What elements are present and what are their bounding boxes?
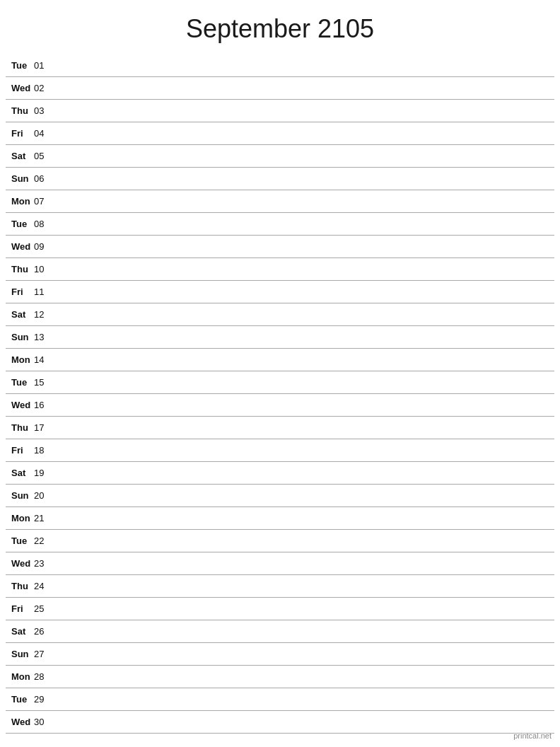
table-row: Wed09 bbox=[6, 236, 554, 258]
day-name: Wed bbox=[6, 717, 34, 727]
day-number: 01 bbox=[34, 60, 54, 71]
day-number: 16 bbox=[34, 400, 54, 410]
day-name: Fri bbox=[6, 286, 34, 297]
day-name: Fri bbox=[6, 445, 34, 456]
day-name: Tue bbox=[6, 60, 34, 71]
day-name: Sun bbox=[6, 649, 34, 659]
day-line bbox=[54, 586, 554, 586]
day-number: 11 bbox=[34, 286, 54, 297]
day-number: 09 bbox=[34, 241, 54, 252]
day-number: 07 bbox=[34, 196, 54, 207]
day-number: 17 bbox=[34, 422, 54, 433]
day-number: 18 bbox=[34, 445, 54, 456]
day-name: Tue bbox=[6, 694, 34, 705]
day-name: Thu bbox=[6, 422, 34, 433]
day-number: 29 bbox=[34, 694, 54, 705]
day-line bbox=[54, 563, 554, 564]
day-name: Sat bbox=[6, 468, 34, 478]
day-number: 19 bbox=[34, 468, 54, 478]
table-row: Thu17 bbox=[6, 417, 554, 439]
day-line bbox=[54, 427, 554, 428]
day-line bbox=[54, 405, 554, 405]
day-number: 02 bbox=[34, 83, 54, 93]
day-name: Sat bbox=[6, 626, 34, 637]
table-row: Fri18 bbox=[6, 439, 554, 462]
day-line bbox=[54, 156, 554, 156]
day-name: Thu bbox=[6, 264, 34, 274]
table-row: Mon21 bbox=[6, 507, 554, 530]
day-number: 14 bbox=[34, 354, 54, 365]
day-name: Sun bbox=[6, 490, 34, 501]
day-name: Sun bbox=[6, 332, 34, 342]
day-number: 21 bbox=[34, 513, 54, 523]
day-name: Thu bbox=[6, 581, 34, 591]
table-row: Tue15 bbox=[6, 371, 554, 394]
day-number: 15 bbox=[34, 377, 54, 388]
day-name: Mon bbox=[6, 671, 34, 682]
day-number: 04 bbox=[34, 128, 54, 139]
table-row: Sun27 bbox=[6, 643, 554, 666]
day-number: 10 bbox=[34, 264, 54, 274]
day-name: Thu bbox=[6, 105, 34, 116]
table-row: Tue01 bbox=[6, 54, 554, 77]
day-line bbox=[54, 359, 554, 360]
day-line bbox=[54, 291, 554, 292]
table-row: Sun06 bbox=[6, 168, 554, 190]
table-row: Wed23 bbox=[6, 552, 554, 575]
day-line bbox=[54, 337, 554, 337]
day-line bbox=[54, 65, 554, 66]
day-name: Fri bbox=[6, 128, 34, 139]
day-line bbox=[54, 654, 554, 654]
day-number: 22 bbox=[34, 535, 54, 546]
table-row: Mon07 bbox=[6, 190, 554, 213]
day-line bbox=[54, 676, 554, 677]
table-row: Thu24 bbox=[6, 575, 554, 598]
day-number: 05 bbox=[34, 151, 54, 161]
day-line bbox=[54, 314, 554, 315]
table-row: Sun20 bbox=[6, 485, 554, 507]
table-row: Fri04 bbox=[6, 122, 554, 145]
day-number: 27 bbox=[34, 649, 54, 659]
day-number: 12 bbox=[34, 309, 54, 320]
table-row: Sat19 bbox=[6, 462, 554, 485]
table-row: Sun13 bbox=[6, 326, 554, 349]
day-name: Sat bbox=[6, 309, 34, 320]
table-row: Mon14 bbox=[6, 349, 554, 371]
day-line bbox=[54, 608, 554, 609]
day-line bbox=[54, 699, 554, 700]
day-line bbox=[54, 269, 554, 270]
table-row: Sat26 bbox=[6, 620, 554, 643]
watermark: printcal.net bbox=[513, 731, 552, 740]
table-row: Mon28 bbox=[6, 666, 554, 688]
day-number: 03 bbox=[34, 105, 54, 116]
day-name: Wed bbox=[6, 241, 34, 252]
day-line bbox=[54, 495, 554, 496]
day-name: Fri bbox=[6, 603, 34, 614]
table-row: Fri11 bbox=[6, 281, 554, 303]
day-number: 26 bbox=[34, 626, 54, 637]
day-line bbox=[54, 110, 554, 111]
day-number: 30 bbox=[34, 717, 54, 727]
day-line bbox=[54, 540, 554, 541]
day-line bbox=[54, 224, 554, 224]
day-line bbox=[54, 178, 554, 179]
day-name: Mon bbox=[6, 513, 34, 523]
page-title: September 2105 bbox=[0, 0, 560, 54]
day-name: Tue bbox=[6, 219, 34, 229]
table-row: Sat05 bbox=[6, 145, 554, 168]
table-row: Tue08 bbox=[6, 213, 554, 236]
day-name: Tue bbox=[6, 377, 34, 388]
day-number: 25 bbox=[34, 603, 54, 614]
day-name: Tue bbox=[6, 535, 34, 546]
table-row: Thu10 bbox=[6, 258, 554, 281]
day-number: 08 bbox=[34, 219, 54, 229]
table-row: Tue29 bbox=[6, 688, 554, 711]
calendar-body: Tue01Wed02Thu03Fri04Sat05Sun06Mon07Tue08… bbox=[0, 54, 560, 734]
day-name: Wed bbox=[6, 558, 34, 569]
day-number: 20 bbox=[34, 490, 54, 501]
day-name: Sat bbox=[6, 151, 34, 161]
day-number: 06 bbox=[34, 173, 54, 184]
day-line bbox=[54, 450, 554, 451]
day-number: 24 bbox=[34, 581, 54, 591]
day-line bbox=[54, 473, 554, 473]
